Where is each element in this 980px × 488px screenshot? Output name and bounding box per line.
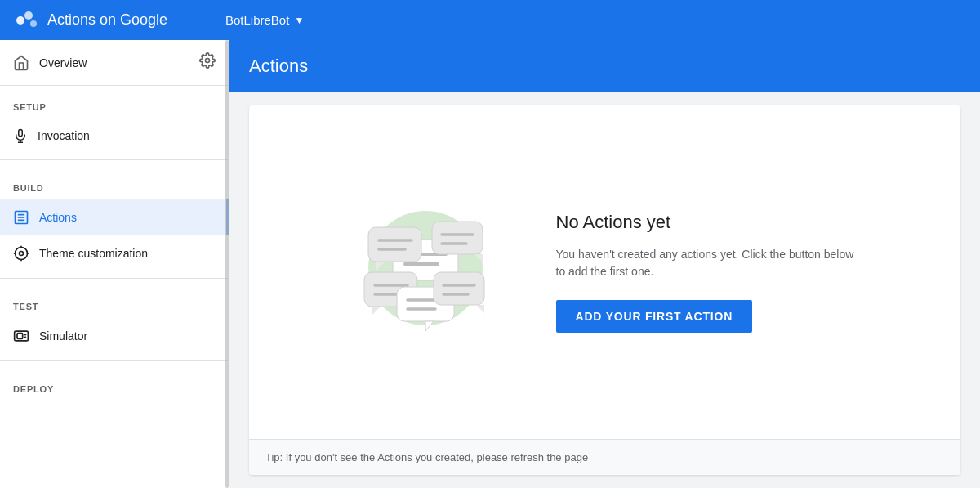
settings-button[interactable] (199, 52, 216, 73)
section-deploy-label: DEPLOY (0, 368, 229, 401)
divider-1 (0, 159, 229, 160)
project-name: BotLibreBot (225, 13, 289, 27)
gear-icon (199, 52, 216, 69)
mic-icon (13, 128, 28, 143)
svg-rect-18 (17, 334, 23, 339)
svg-point-12 (20, 252, 24, 256)
project-selector[interactable]: BotLibreBot ▼ (225, 13, 304, 27)
sidebar-item-theme[interactable]: Theme customization (0, 235, 229, 271)
invocation-label: Invocation (38, 129, 90, 142)
sidebar-scrollbar[interactable] (225, 40, 229, 488)
svg-marker-37 (372, 307, 381, 315)
svg-marker-45 (476, 305, 484, 313)
simulator-label: Simulator (39, 329, 87, 342)
svg-point-11 (16, 248, 28, 260)
empty-state-text: No Actions yet You haven't created any a… (556, 212, 866, 333)
svg-point-0 (16, 16, 24, 25)
svg-rect-26 (368, 227, 421, 262)
content-area: Actions (229, 40, 980, 488)
content-header: Actions (229, 40, 980, 92)
svg-rect-4 (19, 130, 23, 137)
chat-bubbles-illustration (344, 190, 507, 354)
tip-text: Tip: If you don't see the Actions you cr… (249, 439, 960, 475)
empty-state-container: No Actions yet You haven't created any a… (249, 105, 960, 439)
svg-point-3 (206, 59, 210, 63)
overview-link[interactable]: Overview (13, 55, 87, 71)
empty-state-heading: No Actions yet (556, 212, 866, 233)
svg-point-1 (24, 11, 33, 20)
section-build-label: BUILD (0, 167, 229, 199)
divider-2 (0, 278, 229, 279)
main-layout: Overview SETUP Invocation BUILD (0, 40, 980, 488)
logo-area: Actions on Google (13, 7, 225, 34)
overview-label: Overview (39, 56, 87, 69)
list-icon (13, 209, 29, 226)
svg-marker-41 (425, 321, 434, 331)
page-title: Actions (249, 56, 308, 77)
empty-state-description: You haven't created any actions yet. Cli… (556, 246, 866, 280)
content-body: No Actions yet You haven't created any a… (229, 92, 980, 488)
divider-3 (0, 360, 229, 361)
brush-icon (13, 245, 29, 262)
dropdown-arrow-icon: ▼ (294, 15, 304, 26)
svg-rect-30 (432, 222, 483, 254)
add-first-action-button[interactable]: ADD YOUR FIRST ACTION (556, 300, 753, 333)
theme-label: Theme customization (39, 247, 148, 260)
main-card: No Actions yet You haven't created any a… (249, 105, 960, 475)
actions-label: Actions (39, 211, 77, 224)
sidebar-item-actions[interactable]: Actions (0, 199, 229, 235)
simulator-icon (13, 328, 29, 344)
svg-rect-42 (434, 272, 484, 305)
top-header: Actions on Google BotLibreBot ▼ (0, 0, 980, 40)
sidebar-item-invocation[interactable]: Invocation (0, 119, 229, 153)
app-title: Actions on Google (47, 11, 167, 29)
overview-row: Overview (0, 40, 229, 86)
assistant-logo-icon (13, 7, 39, 34)
sidebar-item-simulator[interactable]: Simulator (0, 318, 229, 354)
home-icon (13, 55, 29, 71)
section-setup-label: SETUP (0, 86, 229, 119)
section-test-label: TEST (0, 285, 229, 318)
svg-point-2 (30, 20, 37, 27)
sidebar: Overview SETUP Invocation BUILD (0, 40, 229, 488)
